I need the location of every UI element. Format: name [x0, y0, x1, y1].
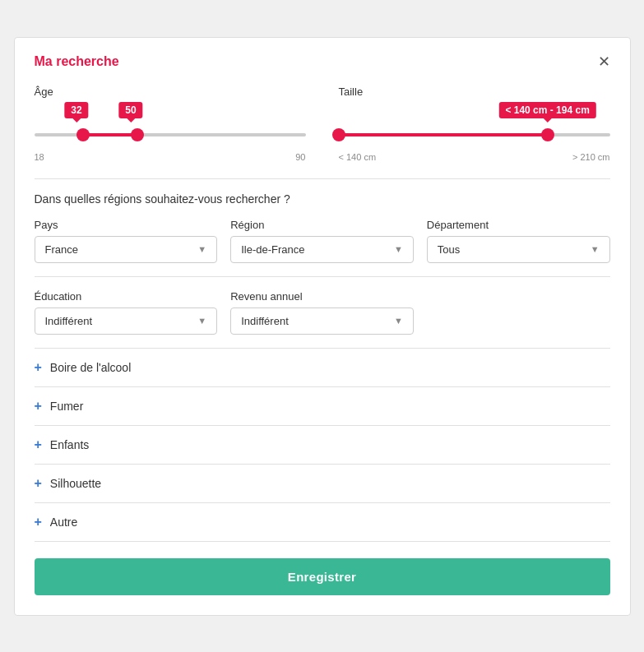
expandable-silhouette-label: Silhouette: [50, 477, 101, 490]
departement-label: Département: [427, 219, 610, 231]
save-button[interactable]: Enregistrer: [35, 558, 610, 595]
education-revenu-row: Éducation Indifférent ▼ Revenu annuel In…: [35, 290, 610, 335]
region-dropdown[interactable]: Ile-de-France ▼: [230, 236, 414, 263]
modal-title: Ma recherche: [35, 54, 119, 69]
height-slider-section: Taille < 140 cm - 194 cm < 140 cm > 210 …: [339, 86, 610, 162]
expandable-fumer[interactable]: + Fumer: [35, 386, 610, 425]
region-group: Région Ile-de-France ▼: [230, 219, 414, 263]
age-range-labels: 18 90: [35, 152, 306, 162]
age-slider-track: [35, 133, 306, 136]
plus-icon-enfants: +: [35, 437, 42, 452]
pays-dropdown[interactable]: France ▼: [35, 236, 218, 263]
close-button[interactable]: ✕: [598, 54, 610, 69]
age-slider-container[interactable]: 32 50: [35, 123, 306, 147]
age-slider-fill: [83, 133, 137, 136]
education-dropdown[interactable]: Indifférent ▼: [35, 308, 218, 335]
height-range-labels: < 140 cm > 210 cm: [339, 152, 610, 162]
revenu-chevron-icon: ▼: [394, 316, 403, 326]
height-max-label: > 210 cm: [572, 152, 610, 162]
age-slider-section: Âge 32 50 18 90: [35, 86, 306, 162]
expandable-list: + Boire de l'alcool + Fumer + Enfants + …: [35, 348, 610, 542]
pays-chevron-icon: ▼: [197, 244, 206, 254]
search-modal: Ma recherche ✕ Âge 32 50 18 90: [14, 37, 631, 616]
expandable-enfants[interactable]: + Enfants: [35, 425, 610, 464]
age-max-label: 90: [295, 152, 305, 162]
revenu-value: Indifférent: [241, 315, 289, 327]
region-question: Dans quelles régions souhaitez-vous rech…: [35, 192, 610, 206]
pays-value: France: [45, 243, 78, 256]
height-slider-container[interactable]: < 140 cm - 194 cm: [339, 123, 610, 147]
plus-icon-silhouette: +: [35, 476, 42, 491]
plus-icon-autre: +: [35, 515, 42, 529]
departement-group: Département Tous ▼: [427, 219, 610, 263]
age-tooltip-max: 50: [118, 102, 142, 118]
departement-dropdown[interactable]: Tous ▼: [427, 236, 610, 263]
region-value: Ile-de-France: [241, 243, 304, 256]
education-chevron-icon: ▼: [197, 316, 206, 326]
education-value: Indifférent: [45, 315, 93, 327]
age-tooltip-min: 32: [64, 102, 88, 118]
expandable-alcool-label: Boire de l'alcool: [50, 361, 131, 374]
height-thumb-min[interactable]: [332, 128, 345, 141]
region-label: Région: [230, 219, 414, 231]
expandable-autre[interactable]: + Autre: [35, 502, 610, 542]
revenu-dropdown[interactable]: Indifférent ▼: [230, 308, 414, 335]
height-tooltip: < 140 cm - 194 cm: [498, 102, 595, 118]
departement-chevron-icon: ▼: [591, 244, 600, 254]
plus-icon-fumer: +: [35, 399, 42, 414]
location-dropdowns-row: Pays France ▼ Région Ile-de-France ▼ Dép…: [35, 219, 610, 263]
divider-1: [35, 178, 610, 179]
pays-label: Pays: [35, 219, 218, 231]
divider-2: [35, 276, 610, 277]
expandable-fumer-label: Fumer: [50, 400, 83, 413]
height-slider-fill: [339, 133, 548, 136]
height-thumb-max[interactable]: < 140 cm - 194 cm: [541, 128, 554, 141]
modal-header: Ma recherche ✕: [35, 54, 610, 69]
expandable-alcool[interactable]: + Boire de l'alcool: [35, 348, 610, 386]
plus-icon-alcool: +: [35, 360, 42, 375]
region-chevron-icon: ▼: [394, 244, 403, 254]
education-label: Éducation: [35, 290, 218, 303]
expandable-silhouette[interactable]: + Silhouette: [35, 464, 610, 502]
pays-group: Pays France ▼: [35, 219, 218, 263]
expandable-enfants-label: Enfants: [50, 438, 89, 451]
expandable-autre-label: Autre: [50, 516, 77, 529]
departement-value: Tous: [438, 243, 460, 256]
revenu-label: Revenu annuel: [230, 290, 414, 303]
age-label: Âge: [35, 86, 306, 98]
revenu-group: Revenu annuel Indifférent ▼: [230, 290, 414, 335]
height-label: Taille: [339, 86, 610, 98]
height-min-label: < 140 cm: [339, 152, 377, 162]
education-group: Éducation Indifférent ▼: [35, 290, 218, 335]
age-thumb-max[interactable]: 50: [131, 128, 144, 141]
age-min-label: 18: [35, 152, 44, 162]
sliders-row: Âge 32 50 18 90 Taille: [35, 86, 610, 162]
age-thumb-min[interactable]: 32: [76, 128, 90, 141]
